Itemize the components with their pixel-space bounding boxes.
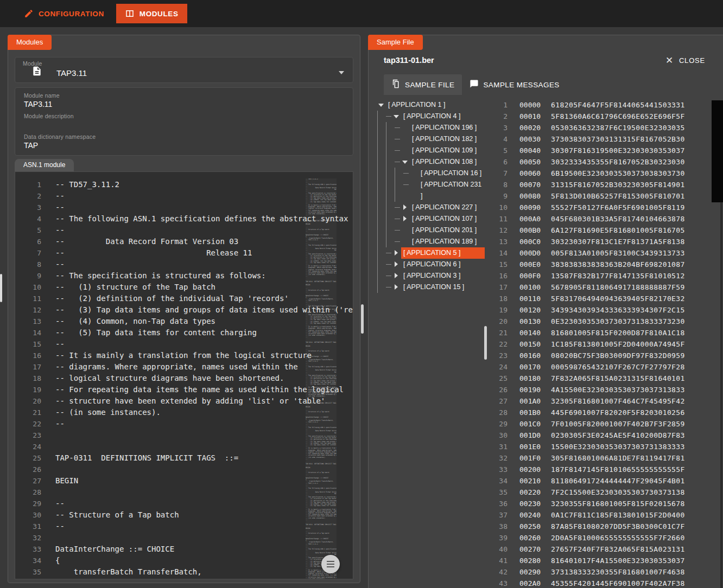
tree-connector [386, 270, 392, 282]
sample-file-panel: Sample File tap311-01.ber ✕ CLOSE SAMPLE… [368, 35, 723, 588]
tree-item[interactable]: [ APPLICATION 1 ] [376, 99, 487, 111]
tab-modules[interactable]: MODULES [116, 4, 187, 23]
tree-guide-line [395, 168, 403, 179]
editor-scrollbar[interactable] [361, 304, 364, 334]
tree-item-label: [ APPLICATION 201 ] [410, 225, 479, 236]
hex-row: 100009055527F50127F6A0F5F6901005F8119.| [487, 202, 723, 213]
tree-connector [395, 133, 401, 145]
chevron-right-icon[interactable] [392, 247, 401, 259]
sample-panel-badge: Sample File [368, 35, 423, 50]
tab-sample-messages[interactable]: SAMPLE MESSAGES [462, 74, 567, 95]
editor-line: 23 [15, 430, 353, 441]
chevron-right-icon[interactable] [401, 202, 410, 213]
tree-connector [386, 282, 392, 293]
editor-line: 4-- The following ASN.1 specification de… [15, 213, 353, 225]
tree-item[interactable]: [ APPLICATION 227 ] [376, 202, 487, 213]
module-description-value[interactable] [24, 120, 344, 130]
arrow-placeholder [401, 122, 410, 133]
chevron-right-icon[interactable] [392, 282, 401, 293]
tree-item[interactable]: [ APPLICATION 107 ] [376, 213, 487, 225]
editor-line: 9-- The specification is structured as f… [15, 270, 353, 282]
editor-line: 3-- [15, 202, 353, 213]
tab-asn1-module[interactable]: ASN.1 module [15, 159, 74, 171]
tree-guide-line [377, 282, 386, 293]
editor-line: 13-- (4) Common, non-Tap data types [15, 316, 353, 327]
tree-item[interactable]: [ APPLICATION 108 ] [376, 156, 487, 168]
tree-connector [395, 145, 401, 156]
tree-guide-line [386, 202, 395, 213]
hex-row: 380025087A85F81080207DD5F3B0300C01C7F. [487, 521, 723, 532]
tree-item[interactable]: [ APPLICATION 182 ] [376, 133, 487, 145]
tree-item[interactable]: [ APPLICATION 6 ] [376, 259, 487, 270]
tree-item[interactable]: [ APPLICATION 196 ] [376, 122, 487, 133]
tab-configuration[interactable]: CONFIGURATION [15, 4, 113, 23]
module-description-label: Module description [24, 113, 344, 119]
editor-minimap[interactable]: -- TD57_3.11.2 -- -- -- The following AS… [306, 178, 337, 579]
tab-sample-file[interactable]: SAMPLE FILE [384, 74, 462, 95]
tree-item[interactable]: [ APPLICATION 4 ] [376, 111, 487, 122]
tree-item[interactable]: [ APPLICATION 15 ] [376, 282, 487, 293]
tree-guide-line [377, 145, 386, 156]
tree-guide-line [386, 213, 395, 225]
module-select[interactable]: Module TAP3.11 [15, 57, 353, 83]
tree-guide-line [386, 156, 395, 168]
editor-line: 20-- structure have been extended by add… [15, 395, 353, 407]
tree-item[interactable]: [ APPLICATION 3 ] [376, 270, 487, 282]
hex-row: 2000105F81360A6C61796C696E652E696F5F6 [487, 111, 723, 122]
hex-row: 4100280816401017F4A15500E323030353037.. [487, 555, 723, 566]
chevron-down-icon[interactable] [401, 156, 410, 168]
chevron-down-icon[interactable] [377, 99, 386, 111]
hex-row: 34002108118064917244444447F29045F4B01. [487, 475, 723, 487]
asn1-code-editor[interactable]: 1-- TD57_3.11.22--3--4-- The following A… [15, 171, 353, 579]
tree-item[interactable]: [ APPLICATION 201 ] [376, 225, 487, 236]
hex-row: 39002602D0A5F81000655555555555F7F2660. [487, 532, 723, 544]
module-name-field[interactable]: Module name TAP3.11 [24, 92, 344, 110]
close-icon: ✕ [665, 56, 674, 65]
tree-guide-line [377, 213, 386, 225]
tree-guide-line [377, 179, 386, 202]
hex-row: 25001807F832A065F815A0231315F81640101* [487, 373, 723, 384]
module-name-value[interactable]: TAP3.11 [24, 99, 344, 110]
page-scrollbar[interactable] [0, 274, 2, 302]
hex-row: 31001E015500E323030353037303731383333. [487, 441, 723, 452]
editor-line: 6-- Data Record Format Version 03 [15, 236, 353, 247]
tree-item[interactable]: [ APPLICATION 5 ] [376, 247, 487, 259]
tree-item-label: [ APPLICATION 15 ] [401, 282, 466, 293]
file-name: tap311-01.ber [384, 56, 434, 65]
tree-guide-line [377, 202, 386, 213]
chevron-down-icon[interactable] [392, 111, 401, 122]
chevron-right-icon[interactable] [401, 213, 410, 225]
module-select-label: Module [23, 60, 42, 67]
tree-item[interactable]: [ APPLICATION 109 ] [376, 145, 487, 156]
editor-line: 12-- (3) Tap data items and groups of da… [15, 304, 353, 316]
tab-sample-file-label: SAMPLE FILE [405, 81, 454, 89]
hex-row: 32001F0305F816801006A81DE7F8119417F81.. [487, 452, 723, 464]
module-description-field[interactable]: Module description [24, 113, 344, 130]
hex-row: 4000303730383037303131315F8167052B3080 [487, 133, 723, 145]
chevron-right-icon[interactable] [392, 270, 401, 282]
hex-row: 2100140816801005F815F0200D87F810A1C18. [487, 327, 723, 338]
tree-guide-line [377, 133, 386, 145]
hex-row: 11000A0045F680301B33A5F81740104663878_h [487, 213, 723, 225]
tree-item[interactable]: [ APPLICATION 16 ] [376, 168, 487, 179]
tree-connector [403, 168, 410, 179]
hex-row: 6000503032333435355F8167052B3032303034 [487, 156, 723, 168]
hex-scrollbar-thumb[interactable] [712, 100, 723, 202]
file-copy-icon [391, 79, 401, 90]
tree-connector [386, 247, 392, 259]
hex-row: 3300200187F8147145F81010655555555555F.( [487, 464, 723, 475]
editor-actions-fab[interactable] [321, 555, 340, 573]
namespace-value[interactable]: TAP [24, 140, 344, 151]
hex-scrollbar-track[interactable] [720, 202, 722, 588]
tree-item[interactable]: [ APPLICATION 231 ] [376, 179, 487, 202]
tree-item-label: [ APPLICATION 182 ] [410, 133, 479, 145]
tab-modules-label: MODULES [139, 10, 179, 18]
namespace-field[interactable]: Data dictionary namespace TAP [24, 133, 344, 151]
editor-line: 31-- [15, 521, 353, 532]
close-button[interactable]: ✕ CLOSE [665, 56, 705, 65]
tree-item[interactable]: [ APPLICATION 189 ] [376, 236, 487, 247]
editor-line: 15-- [15, 338, 353, 350]
chevron-right-icon[interactable] [392, 259, 401, 270]
editor-line: 22-- [15, 418, 353, 430]
hex-row: 400027027657F240F7F832A065F815A023131.1 [487, 544, 723, 555]
